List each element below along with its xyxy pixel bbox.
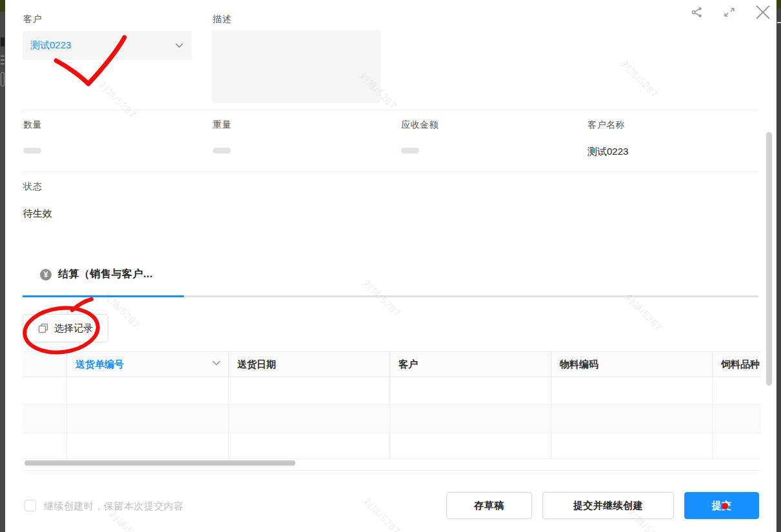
tab-settlement[interactable]: ¥ 结算（销售与客户... bbox=[40, 268, 153, 281]
select-records-button[interactable]: 选择记录 bbox=[23, 314, 108, 342]
customer-name-field-label: 客户名称 bbox=[588, 119, 625, 131]
save-draft-button[interactable]: 存草稿 bbox=[446, 492, 532, 519]
background-green-sliver bbox=[776, 0, 781, 8]
table-cell bbox=[229, 433, 390, 459]
background-artifact bbox=[1, 59, 5, 61]
status-field-label: 状态 bbox=[23, 181, 42, 193]
keep-content-checkbox-label: 继续创建时，保留本次提交内容 bbox=[44, 500, 184, 513]
customer-name-value: 测试0223 bbox=[588, 146, 628, 158]
table-cell bbox=[67, 377, 229, 405]
table-cell bbox=[551, 405, 713, 433]
table-header-delivery-note-no-label: 送货单编号 bbox=[75, 359, 124, 371]
quantity-empty-placeholder bbox=[23, 148, 41, 153]
tab-settlement-label: 结算（销售与客户... bbox=[58, 268, 153, 281]
weight-empty-placeholder bbox=[213, 148, 231, 153]
modal-window-controls bbox=[691, 4, 771, 21]
background-page-left-edge bbox=[0, 0, 5, 532]
delivery-records-table: 送货单编号 送货日期 客户 物料编码 饲料品种 bbox=[23, 351, 761, 471]
select-records-label: 选择记录 bbox=[54, 322, 93, 335]
table-cell bbox=[390, 405, 551, 433]
watermark: 刘旭/5287 bbox=[361, 495, 403, 532]
section-divider bbox=[21, 110, 758, 110]
background-artifact bbox=[1, 37, 5, 46]
tab-active-indicator bbox=[23, 295, 184, 297]
submit-button[interactable]: 提交 bbox=[684, 492, 759, 519]
table-cell bbox=[551, 377, 713, 405]
weight-field-label: 重量 bbox=[213, 119, 232, 131]
chevron-down-icon[interactable] bbox=[212, 360, 221, 366]
table-row bbox=[23, 377, 761, 405]
customer-select-value: 测试0223 bbox=[30, 39, 175, 52]
table-header-feed-variety[interactable]: 饲料品种 bbox=[713, 352, 761, 377]
receivable-amount-empty-placeholder bbox=[401, 148, 419, 153]
submit-and-continue-button[interactable]: 提交并继续创建 bbox=[542, 492, 674, 519]
watermark: 刘旭/5287 bbox=[96, 79, 139, 121]
table-cell bbox=[713, 433, 761, 459]
table-row bbox=[23, 433, 761, 459]
receivable-amount-field-label: 应收金额 bbox=[401, 119, 439, 131]
table-cell bbox=[67, 433, 229, 459]
table-horizontal-scrollbar[interactable] bbox=[25, 460, 295, 466]
background-artifact bbox=[1, 63, 5, 64]
table-cell bbox=[23, 433, 67, 459]
watermark: 刘旭/5287 bbox=[618, 58, 661, 101]
table-header-row: 送货单编号 送货日期 客户 物料编码 饲料品种 bbox=[23, 351, 761, 377]
background-page-right-edge bbox=[776, 0, 781, 532]
customer-field-label: 客户 bbox=[23, 14, 42, 25]
table-header-delivery-date[interactable]: 送货日期 bbox=[229, 352, 390, 377]
background-artifact bbox=[1, 72, 5, 86]
table-cell bbox=[67, 405, 229, 433]
modal-vertical-scrollbar[interactable] bbox=[766, 132, 772, 386]
expand-icon[interactable] bbox=[723, 5, 736, 20]
table-cell bbox=[390, 377, 551, 405]
table-header-delivery-note-no[interactable]: 送货单编号 bbox=[67, 352, 229, 377]
watermark: 刘旭/5287 bbox=[622, 291, 665, 334]
quantity-field-label: 数量 bbox=[23, 119, 42, 131]
table-cell bbox=[23, 377, 67, 405]
description-field-label: 描述 bbox=[213, 14, 232, 25]
red-circle-tail-annotation bbox=[72, 299, 92, 310]
table-header-material-code[interactable]: 物料编码 bbox=[551, 352, 713, 377]
table-cell bbox=[23, 405, 67, 433]
chevron-down-icon bbox=[175, 43, 184, 48]
keep-content-checkbox[interactable] bbox=[25, 500, 36, 511]
table-cell bbox=[551, 433, 713, 459]
table-cell bbox=[229, 377, 390, 405]
table-header-selector bbox=[23, 352, 67, 377]
table-cell bbox=[713, 405, 761, 433]
section-divider bbox=[21, 172, 758, 172]
table-cell bbox=[229, 405, 390, 433]
description-textarea[interactable] bbox=[212, 30, 381, 103]
share-icon[interactable] bbox=[691, 5, 704, 20]
watermark: 刘旭/5287 bbox=[361, 277, 403, 320]
copy-records-icon bbox=[38, 323, 48, 333]
background-artifact bbox=[1, 55, 5, 57]
customer-select[interactable]: 测试0223 bbox=[23, 31, 192, 60]
yuan-circle-icon: ¥ bbox=[40, 269, 52, 281]
table-header-customer[interactable]: 客户 bbox=[390, 352, 551, 377]
table-cell bbox=[713, 377, 761, 405]
background-artifact bbox=[777, 22, 781, 23]
close-icon[interactable] bbox=[755, 4, 771, 21]
table-row bbox=[23, 405, 761, 433]
table-cell bbox=[390, 433, 551, 459]
background-green-sliver bbox=[0, 0, 5, 12]
status-value: 待生效 bbox=[23, 208, 52, 220]
